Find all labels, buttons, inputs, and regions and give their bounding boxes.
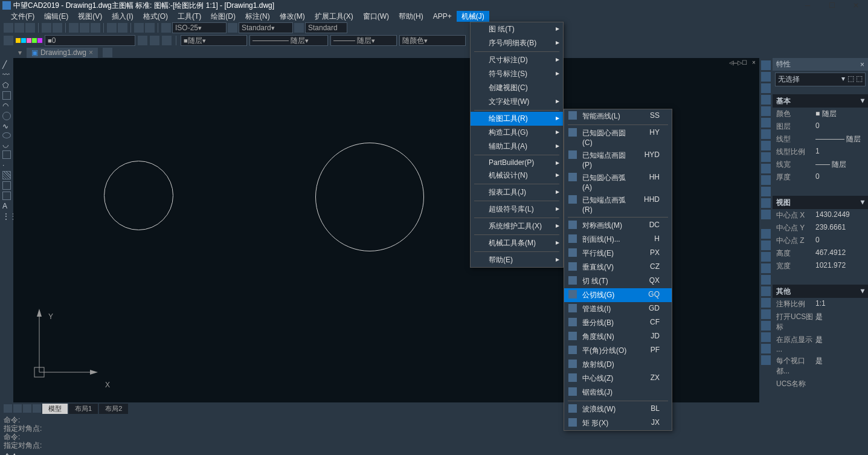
menu-item[interactable]: 机械(J) (457, 11, 489, 22)
tab-next-icon[interactable] (23, 404, 31, 413)
ellipse-icon[interactable] (2, 132, 11, 138)
hatch-icon[interactable] (2, 171, 11, 179)
dim-icon[interactable] (161, 23, 171, 33)
submenu-item[interactable]: 锯齿线(J) (564, 386, 672, 399)
submenu-item[interactable]: 公切线(G)GQ (564, 288, 672, 302)
undo-icon[interactable] (107, 23, 117, 33)
palette-icon-2[interactable] (761, 240, 771, 250)
viewcube-controls[interactable]: ◁▷ (729, 59, 745, 66)
close-button[interactable]: ✕ (844, 0, 868, 11)
table-icon[interactable] (2, 192, 11, 200)
modify-icon-12[interactable] (761, 187, 771, 196)
menu-item[interactable]: 窗口(W) (358, 11, 394, 22)
pan-icon[interactable] (134, 23, 144, 33)
maximize-button[interactable]: ☐ (820, 0, 844, 11)
bylayer-color-dropdown[interactable]: ■ 随层 ▾ (181, 35, 247, 46)
property-row[interactable]: UCS名称 (773, 378, 868, 390)
ellipse-arc-icon[interactable]: ◡ (2, 140, 11, 149)
modify-icon-10[interactable] (761, 164, 771, 173)
tab-last-icon[interactable] (33, 404, 41, 413)
submenu-item[interactable]: 对称画线(M)DC (564, 219, 672, 233)
menu-item[interactable]: 尺寸标注(D)▸ (471, 53, 563, 67)
modify-icon-14[interactable] (761, 210, 771, 219)
property-row[interactable]: 厚度0 (773, 171, 868, 184)
modify-icon-11[interactable] (761, 175, 771, 185)
palette-icon-8[interactable] (761, 309, 771, 319)
block-icon[interactable] (2, 150, 11, 159)
menu-item[interactable]: 文件(F) (6, 11, 39, 22)
submenu-item[interactable]: 已知圆心画弧(A)HH (564, 171, 672, 193)
modify-icon-7[interactable] (761, 129, 771, 139)
add-tab-icon[interactable] (103, 48, 112, 57)
palette-icon-1[interactable] (761, 229, 771, 239)
layout-tab[interactable]: 布局1 (69, 404, 98, 414)
view-section-header[interactable]: 视图▾ (773, 196, 868, 209)
menu-item[interactable]: 序号/明细表(B)▸ (471, 36, 563, 50)
copy-icon[interactable] (80, 23, 89, 33)
layer-mgr-icon[interactable] (4, 36, 13, 45)
menu-item[interactable]: 构造工具(G)▸ (471, 126, 563, 140)
property-row[interactable]: 每个视口都...是 (773, 355, 868, 378)
menu-item[interactable]: 帮助(H) (394, 11, 428, 22)
modify-icon-6[interactable] (761, 118, 771, 127)
layer-dropdown[interactable]: ■ 0 (45, 35, 135, 46)
close-tab-icon[interactable]: × (89, 48, 93, 57)
submenu-item[interactable]: 智能画线(L)SS (564, 109, 672, 123)
palette-icon-5[interactable] (761, 275, 771, 285)
menu-item[interactable]: 视图(V) (73, 11, 107, 22)
menu-item[interactable]: 报表工具(J)▸ (471, 186, 563, 199)
submenu-item[interactable]: 波浪线(W)BL (564, 402, 672, 416)
modify-icon-8[interactable] (761, 141, 771, 150)
submenu-item[interactable]: 已知端点画圆(P)HYD (564, 149, 672, 171)
layout-tab[interactable]: 布局2 (99, 404, 128, 414)
modify-icon-13[interactable] (761, 198, 771, 208)
modify-icon-1[interactable] (761, 60, 771, 70)
property-row[interactable]: 打开UCS图标是 (773, 311, 868, 334)
property-row[interactable]: 线型比例1 (773, 146, 868, 158)
text-style-dropdown[interactable]: Standard ▾ (239, 22, 293, 33)
submenu-item[interactable]: 已知圆心画圆(C)HY (564, 126, 672, 149)
menu-item[interactable]: 机械设计(N)▸ (471, 169, 563, 182)
submenu-item[interactable]: 管道线(I)GD (564, 302, 672, 316)
plotcolor-dropdown[interactable]: 随颜色 ▾ (399, 35, 466, 46)
menu-item[interactable]: 标注(N) (240, 11, 275, 22)
menu-item[interactable]: APP+ (428, 11, 457, 22)
submenu-item[interactable]: 中心线(Z)ZX (564, 372, 672, 386)
tab-first-icon[interactable] (4, 404, 12, 413)
menu-item[interactable]: 文字处理(W)▸ (471, 95, 563, 109)
submenu-item[interactable]: 切 线(T)QX (564, 274, 672, 288)
doc-close-icon[interactable]: × (750, 59, 758, 66)
table-style-dropdown[interactable]: Standard (305, 22, 347, 33)
tab-prev-icon[interactable] (13, 404, 22, 413)
selection-dropdown[interactable]: 无选择▾ ⬚ ⬚ (775, 73, 866, 86)
property-row[interactable]: 中心点 X1430.2449 (773, 209, 868, 222)
submenu-item[interactable]: 剖面线(H)...H (564, 233, 672, 247)
submenu-item[interactable]: 已知端点画弧(R)HHD (564, 193, 672, 216)
submenu-item[interactable]: 垂直线(V)CZ (564, 260, 672, 274)
dim-style-dropdown[interactable]: ISO-25 ▾ (172, 22, 227, 33)
menu-item[interactable]: 创建视图(C) (471, 81, 563, 95)
text-icon[interactable] (228, 23, 237, 33)
zoom-icon[interactable] (145, 23, 155, 33)
arc-icon[interactable]: ◠ (2, 102, 11, 110)
layer-iso-icon[interactable] (150, 36, 159, 45)
property-row[interactable]: 高度467.4912 (773, 247, 868, 260)
submenu-item[interactable]: 角度线(N)JD (564, 330, 672, 344)
menu-item[interactable]: 格式(O) (138, 11, 173, 22)
menu-item[interactable]: 超级符号库(L)▸ (471, 202, 563, 216)
property-row[interactable]: 宽度1021.972 (773, 260, 868, 273)
menu-item[interactable]: 辅助工具(A)▸ (471, 140, 563, 153)
document-tab[interactable]: ▣ Drawing1.dwg × (27, 48, 98, 58)
palette-icon-4[interactable] (761, 263, 771, 273)
property-row[interactable]: 线宽—— 随层 (773, 158, 868, 171)
spline-icon[interactable]: ∿ (2, 122, 11, 131)
menu-item[interactable]: 工具(T) (173, 11, 206, 22)
modify-icon-9[interactable] (761, 152, 771, 162)
menu-item[interactable]: 帮助(E)▸ (471, 253, 563, 267)
property-row[interactable]: 注释比例1:1 (773, 298, 868, 311)
menu-item[interactable]: 绘图工具(R)▸ (471, 112, 563, 126)
linetype-dropdown[interactable]: ————— 随层 ▾ (249, 35, 328, 46)
new-icon[interactable] (4, 23, 13, 33)
polygon-icon[interactable]: ⬠ (2, 81, 11, 89)
menu-item[interactable]: 符号标注(S)▸ (471, 67, 563, 81)
